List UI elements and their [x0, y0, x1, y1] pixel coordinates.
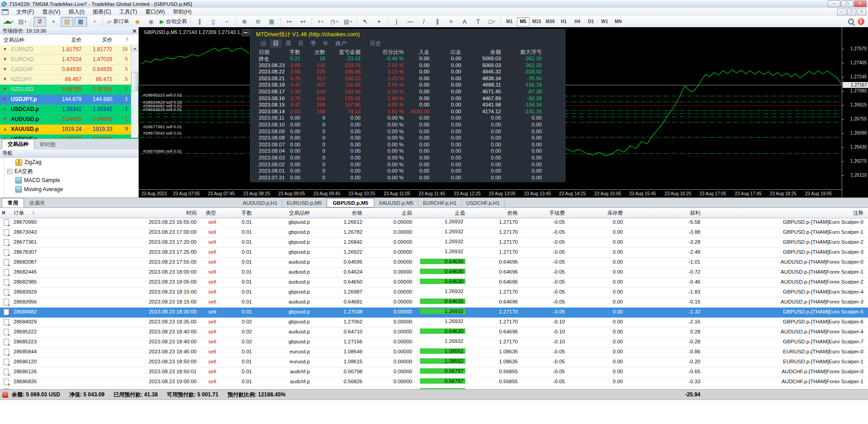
menu-item-1[interactable]: 显示(V) — [38, 8, 64, 16]
menu-item-2[interactable]: 插入(I) — [64, 8, 88, 16]
price-axis[interactable]: 1.275701.274051.272451.270801.269151.267… — [842, 27, 868, 198]
stats-tab-年[interactable]: 年 — [323, 40, 329, 48]
stats-tab-历史[interactable]: 历史 — [370, 40, 381, 48]
channel-button[interactable]: ∥ — [431, 17, 444, 27]
crosshair-button[interactable]: + — [373, 17, 386, 27]
maximize-button[interactable]: □ — [841, 0, 854, 7]
navigator-item-zigzag[interactable]: ƒZigZag — [0, 158, 139, 167]
zoom-in-button[interactable]: ⊕ — [238, 17, 251, 27]
orders-column-5[interactable]: 价格 — [352, 210, 362, 217]
cursor-button[interactable]: ↖ — [359, 17, 372, 27]
text-button[interactable]: A — [458, 17, 471, 27]
timeframe-mn-button[interactable]: MN — [612, 17, 625, 26]
orders-column-3[interactable]: 手数 — [241, 210, 252, 217]
orders-column-8[interactable]: 价格 — [507, 210, 518, 217]
timeframe-m30-button[interactable]: M30 — [544, 17, 557, 26]
close-icon[interactable] — [132, 29, 136, 33]
order-row-28683929[interactable]: 286839292023.08.23 18:15:00sell0.01gbpus… — [0, 288, 868, 298]
new-chart-button[interactable]: ▂▅▃▾ — [2, 17, 15, 27]
order-row-28677361[interactable]: 286773612023.08.23 17:20:00sell0.01gbpus… — [0, 238, 868, 248]
symbol-row-USDCHF.p[interactable]: ▼USDCHF.p0.878770.87880 — [0, 135, 139, 139]
orders-column-2[interactable]: 类型 — [206, 210, 216, 217]
menu-item-6[interactable]: 帮助(H) — [169, 8, 196, 16]
timeframe-d1-button[interactable]: D1 — [585, 17, 598, 26]
child-minimize-button[interactable]: – — [837, 9, 846, 15]
timeframe-w1-button[interactable]: W1 — [598, 17, 611, 26]
order-row-28683956[interactable]: 286839562023.08.23 18:15:00sell0.01audus… — [0, 298, 868, 308]
symbol-row-NZDJPY[interactable]: ▼NZDJPY86.46786.4725 — [0, 75, 139, 85]
metaeditor-button[interactable]: ◆ — [131, 17, 144, 27]
orders-column-header[interactable]: 订单时间类型手数交易品种价格止损止盈价格手续费库存费获利注释/ — [0, 208, 868, 218]
column-header-3[interactable]: ! — [126, 37, 128, 42]
orders-column-9[interactable]: 手续费 — [550, 210, 565, 217]
orders-column-11[interactable]: 获利 — [690, 210, 700, 217]
zoom-out-button[interactable]: ⊖ — [252, 17, 265, 27]
indicators-button[interactable]: +▾ — [314, 17, 327, 27]
order-row-28686126[interactable]: 286861262023.08.23 18:50:01sell0.01audch… — [0, 367, 868, 377]
chart-tab-eurusdpm5[interactable]: EURUSD.p,M5 — [282, 199, 327, 207]
stats-tab-周[interactable]: 周 — [285, 40, 291, 48]
order-row-28682985[interactable]: 286829852023.08.23 18:05:00sell0.01audus… — [0, 278, 868, 288]
line-chart-type-button[interactable]: ~ — [221, 17, 233, 27]
symbol-row-USDJPY.p[interactable]: ▼USDJPY.p144.679144.6801 — [0, 95, 139, 105]
chart-tab-xauusdpm5[interactable]: XAUUSD.p,M5 — [374, 199, 419, 207]
order-row-28670990[interactable]: 286709902023.08.23 16:55:00sell0.01gbpus… — [0, 218, 868, 228]
symbol-row-EURCAD[interactable]: ▼EURCAD1.470241.470295 — [0, 55, 139, 65]
child-close-button[interactable]: × — [857, 9, 866, 15]
menu-item-0[interactable]: 文件(F) — [12, 8, 38, 16]
close-icon[interactable] — [1, 211, 5, 215]
market-watch-column-header[interactable]: 交易品种卖价买价! — [0, 35, 139, 45]
minimize-button[interactable]: – — [828, 0, 840, 7]
trendline-button[interactable]: / — [418, 17, 430, 27]
column-header-2[interactable]: 买价 — [102, 37, 112, 43]
column-header-1[interactable]: 卖价 — [71, 37, 82, 43]
profiles-button[interactable]: ▤▾ — [16, 17, 29, 27]
shapes-button[interactable]: □▾ — [486, 17, 498, 27]
terminal-toggle[interactable]: ▦ — [74, 17, 87, 27]
navigator-item-ea交易[interactable]: EA交易 — [0, 167, 139, 176]
collapse-icon[interactable] — [7, 169, 12, 174]
orders-column-7[interactable]: 止盈 — [455, 210, 465, 217]
chart-tab-gbpusdpm5[interactable]: GBPUSD.p,M5 — [327, 198, 374, 207]
stats-tab-日[interactable]: 日 — [270, 39, 282, 48]
close-button[interactable]: × — [854, 0, 867, 7]
chart-shift-button[interactable]: ↤ — [297, 17, 309, 27]
symbol-row-EURNZD[interactable]: ▼EURNZD1.817571.8177215 — [0, 45, 139, 55]
candle-chart-type-button[interactable]: ▯ — [207, 17, 220, 27]
scroll-up-icon[interactable] — [131, 45, 138, 51]
chart-tab-usdchfph1[interactable]: USDCHF.p,H1 — [462, 199, 505, 207]
order-row-28685223[interactable]: 286852232023.08.23 18:40:00sell0.02gbpus… — [0, 337, 868, 347]
order-row-28673043[interactable]: 286730432023.08.23 17:00:00sell0.01gbpus… — [0, 228, 868, 238]
navigator-item-moving-average[interactable]: Moving Average — [0, 185, 139, 194]
autotrading-button[interactable]: ▶自动交易 — [159, 17, 188, 27]
tab-交易品种[interactable]: 交易品种 — [2, 139, 34, 149]
tab-常用[interactable]: 常用 — [2, 198, 24, 208]
new-order-button[interactable]: ▱新订单 — [106, 17, 130, 27]
horizontal-line-button[interactable]: — — [404, 17, 417, 27]
timeframe-m5-button[interactable]: M5 — [517, 17, 530, 26]
symbol-row-NZDUSD[interactable]: ▼NZDUSD0.597650.597683 — [0, 85, 139, 95]
order-row-28682087[interactable]: 286820872023.08.23 17:55:00sell0.01audus… — [0, 258, 868, 268]
order-row-28684682[interactable]: 286846822023.08.23 18:30:00sell0.01gbpus… — [0, 308, 868, 318]
templates-button[interactable]: ▨▾ — [342, 17, 354, 27]
orders-column-0[interactable]: 订单 — [14, 210, 24, 217]
bar-chart-type-button[interactable]: ∥ — [193, 17, 206, 27]
chart-window[interactable]: #28685223 sell 0.02#28684929 sell 0.02#2… — [139, 27, 868, 198]
text-label-button[interactable]: T — [472, 17, 485, 27]
timeframe-m1-button[interactable]: M1 — [503, 17, 516, 26]
symbol-row-AUDUSD.p[interactable]: ▼AUDUSD.p0.646950.646961 — [0, 115, 139, 125]
orders-column-12[interactable]: 注释 — [853, 210, 863, 217]
order-row-28685844[interactable]: 286858442023.08.23 18:45:00sell0.01eurus… — [0, 347, 868, 357]
timeframe-h1-button[interactable]: H1 — [558, 17, 570, 26]
timeframe-m15-button[interactable]: M15 — [530, 17, 543, 26]
order-row-28686120[interactable]: 286861202023.08.23 18:50:00sell0.01eurus… — [0, 357, 868, 367]
stats-tab-账户[interactable]: 账户 — [335, 40, 347, 48]
balance-collapse-icon[interactable] — [2, 392, 8, 398]
navigator-toggle[interactable]: ▧ — [61, 17, 73, 27]
order-row-28685222[interactable]: 286852222023.08.23 18:40:00sell0.02audus… — [0, 328, 868, 337]
timeframe-h4-button[interactable]: H4 — [571, 17, 584, 26]
market-watch-toggle[interactable]: ⇵ — [34, 17, 46, 27]
notification-badge[interactable]: 1 — [858, 18, 864, 25]
fibonacci-button[interactable]: ≡ — [445, 17, 458, 27]
navigator-item-macd-sample[interactable]: MACD Sample — [0, 176, 139, 185]
